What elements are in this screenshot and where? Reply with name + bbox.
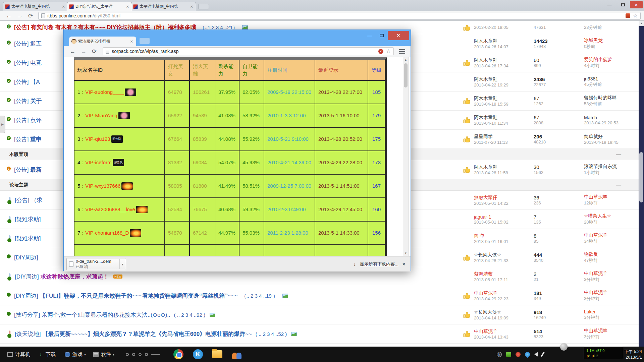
tray-icon[interactable] (516, 352, 521, 357)
back-icon[interactable]: ← (6, 13, 12, 19)
tab-close-icon[interactable]: × (125, 4, 130, 9)
player-level[interactable]: 185 (368, 81, 385, 104)
popup-menu-icon[interactable] (399, 49, 405, 54)
pen-input-icon[interactable] (541, 352, 545, 357)
last-replier[interactable]: 滚滚节操向东流 (584, 164, 639, 170)
popup-minimize-button[interactable]: — (364, 31, 376, 40)
thread-row[interactable]: [谈天说地] 【最后更新~~~~~】烟火多漂亮？？草泥羊之《先马省电王600》电… (0, 324, 639, 344)
k-app-taskbar-icon[interactable]: K (193, 349, 203, 359)
thread-category[interactable]: [公告] (14, 117, 29, 123)
tray-icon[interactable] (506, 352, 511, 357)
popup-scrollbar[interactable]: ▲ ▼ (403, 57, 409, 256)
section-collapse-icon[interactable]: — (616, 152, 621, 157)
chrome-taskbar-icon[interactable] (173, 349, 183, 359)
thread-author[interactable]: 简.单 (474, 233, 508, 239)
taskbar-clock[interactable]: 下午 5:24 2013/5/1 (624, 349, 642, 360)
popup-address-bar[interactable]: sorpack.com/cs/vip/as_rank.asp × ☆ (103, 47, 394, 55)
tab-close-icon[interactable]: × (189, 4, 194, 9)
download-bar-close-icon[interactable]: × (402, 261, 405, 267)
last-replier[interactable]: 物欲反 (584, 251, 639, 257)
thread-category[interactable]: [公告] (14, 41, 29, 47)
thread-title[interactable]: 最新 (30, 167, 42, 173)
show-all-downloads-link[interactable]: 显示所有下载内容... (360, 261, 398, 267)
last-replier[interactable]: 中山草泥羊 (584, 290, 639, 296)
window-maximize-button[interactable] (616, 1, 629, 8)
download-item-button[interactable]: 0-de_train-2....dem 已取消 ▾ (66, 258, 126, 270)
popup-close-button[interactable]: × (388, 31, 409, 40)
thread-category[interactable]: [DIY周边] (14, 254, 38, 261)
thread-title[interactable]: 迎五 (30, 41, 42, 47)
thread-title[interactable]: 电竞 (30, 60, 42, 66)
thread-pagination[interactable]: （.. 2 3 4 ..19 ） (241, 293, 278, 299)
player-level[interactable]: 175 (368, 128, 385, 150)
thread-author[interactable]: 無敵大頭仔 (474, 195, 508, 201)
thread-title[interactable]: 关于 (30, 98, 42, 104)
popup-forward-icon[interactable]: → (81, 49, 87, 54)
last-replier[interactable]: jn9381 (584, 76, 639, 81)
last-replier[interactable]: 中山草泥羊 (584, 270, 639, 277)
thread-pagination[interactable]: ( .. 2 3 4 ..92 ) (174, 312, 205, 318)
extension-icon[interactable] (626, 13, 630, 18)
player-name[interactable]: VIP-choniam168_D (85, 229, 129, 237)
taskbar-launcher-item[interactable]: 计算机 (7, 351, 32, 358)
thread-title[interactable]: 【最后更新~~~~~】烟火多漂亮？？草泥羊之《先马省电王600》电源壮丽的爆炸~… (42, 331, 252, 337)
thread-author[interactable]: ☆长风大侠☆ (474, 252, 508, 258)
last-replier[interactable]: ☆嘈杂人生☆ (584, 213, 639, 219)
thread-author[interactable]: 阿木木童鞋 (474, 115, 508, 121)
thread-author[interactable]: 阿木木童鞋 (474, 57, 508, 63)
last-replier[interactable]: 冰城黑龙 (584, 38, 639, 44)
thread-author[interactable]: 中山草泥羊 (474, 290, 508, 296)
thread-title[interactable]: 【A (30, 79, 40, 85)
popup-scrollbar-thumb[interactable] (404, 63, 408, 87)
player-level[interactable]: 179 (368, 104, 385, 127)
taskbar-launcher-item[interactable]: 下载 (39, 351, 57, 358)
page-scrollbar[interactable]: ▲ (639, 21, 644, 347)
browser-tab[interactable]: 太平洋电脑网_中国第 × (131, 2, 196, 11)
thread-pagination[interactable]: ( .. 2 3 4 ..52 ) (256, 331, 287, 337)
last-replier[interactable]: 简单就好 (584, 134, 639, 140)
thread-category[interactable]: [公告] (14, 167, 29, 173)
player-name[interactable]: VIP-aa2006888__love (85, 206, 135, 214)
popup-tab[interactable]: 索沛服务器排行榜 × (69, 37, 136, 46)
window-close-button[interactable]: × (630, 1, 643, 8)
thread-category[interactable]: [公告] (14, 136, 29, 142)
thread-title[interactable]: 【FULI】鞋架，不只是用来放鞋子的~~~看地摊货鞋架瞬间变身“屌丝机箱”~~~ (40, 293, 238, 299)
download-caret-icon[interactable]: ▾ (119, 259, 123, 269)
thread-author[interactable]: ☆长风大侠☆ (474, 309, 508, 315)
thread-category[interactable]: [疑难求助] (15, 216, 41, 223)
popup-blocked-icon[interactable]: × (378, 49, 383, 54)
thread-category[interactable]: [技巧分享] (14, 312, 40, 318)
last-replier[interactable]: 爱笑的小菠萝 (584, 57, 639, 63)
thread-author[interactable]: 阿木木童鞋 (474, 38, 508, 44)
thread-title[interactable]: 点评 (30, 117, 42, 123)
last-replier[interactable]: 中山草泥羊 (584, 194, 639, 200)
popup-maximize-button[interactable] (376, 31, 388, 40)
popup-scroll-down-icon[interactable]: ▼ (403, 252, 408, 255)
thread-row[interactable]: [DIY周边] 【FULI】鞋架，不只是用来放鞋子的~~~看地摊货鞋架瞬间变身“… (0, 286, 639, 305)
popup-tab-close-icon[interactable]: × (129, 39, 134, 44)
volume-icon[interactable] (534, 352, 538, 357)
thread-category[interactable]: [公告] (14, 98, 29, 104)
last-replier[interactable]: March (584, 115, 639, 120)
tray-icon[interactable]: k (497, 352, 502, 357)
contacts-taskbar-icon[interactable] (232, 350, 242, 359)
player-name[interactable]: VIP-iceform (85, 159, 111, 167)
thread-author[interactable]: 阿木木童鞋 (474, 76, 508, 82)
player-name[interactable]: VIP-qiu123 (85, 135, 110, 143)
thread-category[interactable]: [疑难求助] (15, 235, 41, 242)
player-level[interactable]: 156 (368, 222, 385, 244)
thread-author[interactable]: 紫海靖蓝 (474, 271, 508, 277)
browser-tab[interactable]: 太平洋电脑网_中国第 × (3, 2, 68, 11)
thread-category[interactable]: [谈天说地] (15, 331, 41, 337)
popup-new-tab-button[interactable] (140, 38, 150, 44)
player-name[interactable]: VIP-MianYang (85, 112, 117, 120)
last-replier[interactable]: 中山草泥羊 (584, 328, 639, 334)
thread-author[interactable]: 星星同学 (474, 134, 508, 140)
tab-close-icon[interactable]: × (61, 4, 66, 9)
window-minimize-button[interactable]: — (603, 1, 616, 8)
player-level[interactable]: 160 (368, 198, 385, 221)
last-replier[interactable]: 中山草泥羊 (584, 232, 639, 238)
player-name[interactable]: VIP-wxy137666 (85, 182, 120, 190)
thread-category[interactable]: [DIY周边] (15, 274, 39, 280)
taskbar-launcher-item[interactable]: 软件 ▾ (93, 351, 114, 358)
